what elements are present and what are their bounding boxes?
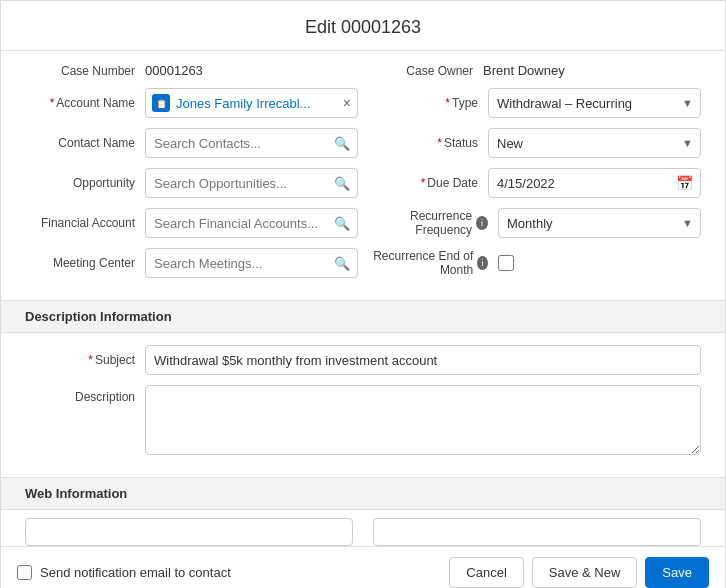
type-label: *Type (368, 96, 488, 110)
recurrence-frequency-label: Recurrence Frequency i (368, 209, 498, 237)
case-number-value: 00001263 (145, 63, 203, 78)
account-type-row: *Account Name 📋 Jones Family Irrecabl...… (25, 88, 701, 118)
web-info-input-1[interactable] (25, 518, 353, 546)
financial-account-col: Financial Account 🔍 (25, 208, 358, 238)
web-info-preview (1, 510, 725, 546)
form-body: Case Number 00001263 Case Owner Brent Do… (1, 51, 725, 546)
meeting-center-label: Meeting Center (25, 256, 145, 270)
recurrence-end-checkbox-wrapper (498, 255, 514, 271)
save-new-button[interactable]: Save & New (532, 557, 638, 588)
subject-row: *Subject (25, 345, 701, 375)
contact-search-wrapper: 🔍 (145, 128, 358, 158)
contact-name-label: Contact Name (25, 136, 145, 150)
description-section: *Subject Description (1, 333, 725, 477)
account-icon: 📋 (152, 94, 170, 112)
contact-name-col: Contact Name 🔍 (25, 128, 358, 158)
description-row: Description (25, 385, 701, 455)
status-label: *Status (368, 136, 488, 150)
account-name-text: Jones Family Irrecabl... (176, 96, 337, 111)
calendar-icon[interactable]: 📅 (676, 175, 693, 191)
meeting-center-col: Meeting Center 🔍 (25, 248, 358, 278)
contact-search-icon: 🔍 (334, 136, 350, 151)
opportunity-duedate-row: Opportunity 🔍 *Due Date 📅 (25, 168, 701, 198)
meeting-search-icon: 🔍 (334, 256, 350, 271)
opportunity-search-wrapper: 🔍 (145, 168, 358, 198)
account-name-col: *Account Name 📋 Jones Family Irrecabl...… (25, 88, 358, 118)
contact-status-row: Contact Name 🔍 *Status New In Progress (25, 128, 701, 158)
opportunity-search-icon: 🔍 (334, 176, 350, 191)
financial-account-label: Financial Account (25, 216, 145, 230)
account-name-tag[interactable]: 📋 Jones Family Irrecabl... × (145, 88, 358, 118)
recurrence-frequency-col: Recurrence Frequency i Monthly Weekly Da… (358, 208, 701, 238)
recurrence-end-info-icon[interactable]: i (477, 256, 488, 270)
case-owner-label: Case Owner (363, 64, 483, 78)
case-number-col: Case Number 00001263 (25, 63, 363, 78)
recurrence-end-col: Recurrence End of Month i (358, 249, 701, 277)
recurrence-frequency-select[interactable]: Monthly Weekly Daily Yearly (498, 208, 701, 238)
cancel-button[interactable]: Cancel (449, 557, 523, 588)
notification-checkbox[interactable] (17, 565, 32, 580)
description-label: Description (25, 385, 145, 404)
case-owner-value: Brent Downey (483, 63, 565, 78)
status-col: *Status New In Progress Closed ▼ (358, 128, 701, 158)
type-select-wrapper: Withdrawal – Recurring Withdrawal – One … (488, 88, 701, 118)
financial-recurrence-row: Financial Account 🔍 Recurrence Frequency… (25, 208, 701, 238)
web-info-section-header: Web Information (1, 477, 725, 510)
opportunity-col: Opportunity 🔍 (25, 168, 358, 198)
notification-label: Send notification email to contact (40, 565, 231, 580)
recurrence-end-label: Recurrence End of Month i (368, 249, 498, 277)
web-info-field-1 (25, 518, 353, 546)
recurrence-end-checkbox[interactable] (498, 255, 514, 271)
web-info-input-2[interactable] (373, 518, 701, 546)
case-owner-col: Case Owner Brent Downey (363, 63, 701, 78)
main-form-section: Case Number 00001263 Case Owner Brent Do… (1, 51, 725, 300)
account-name-label: *Account Name (25, 96, 145, 110)
financial-account-search-input[interactable] (145, 208, 358, 238)
meeting-search-wrapper: 🔍 (145, 248, 358, 278)
account-remove-icon[interactable]: × (343, 96, 351, 110)
meeting-recurrence-end-row: Meeting Center 🔍 Recurrence End of Month… (25, 248, 701, 278)
svg-text:📋: 📋 (156, 98, 166, 108)
footer: Send notification email to contact Cance… (1, 546, 725, 588)
financial-account-search-icon: 🔍 (334, 216, 350, 231)
save-button[interactable]: Save (645, 557, 709, 588)
status-select-wrapper: New In Progress Closed ▼ (488, 128, 701, 158)
due-date-wrapper: 📅 (488, 168, 701, 198)
description-section-header: Description Information (1, 300, 725, 333)
opportunity-label: Opportunity (25, 176, 145, 190)
opportunity-search-input[interactable] (145, 168, 358, 198)
web-info-field-2 (373, 518, 701, 546)
type-col: *Type Withdrawal – Recurring Withdrawal … (358, 88, 701, 118)
financial-account-search-wrapper: 🔍 (145, 208, 358, 238)
subject-label: *Subject (25, 353, 145, 367)
status-select[interactable]: New In Progress Closed (488, 128, 701, 158)
footer-left: Send notification email to contact (17, 565, 231, 580)
modal-title: Edit 00001263 (1, 1, 725, 51)
description-textarea[interactable] (145, 385, 701, 455)
type-select[interactable]: Withdrawal – Recurring Withdrawal – One … (488, 88, 701, 118)
case-number-row: Case Number 00001263 Case Owner Brent Do… (25, 63, 701, 78)
due-date-col: *Due Date 📅 (358, 168, 701, 198)
case-number-label: Case Number (25, 64, 145, 78)
contact-search-input[interactable] (145, 128, 358, 158)
edit-modal: Edit 00001263 Case Number 00001263 Case … (0, 0, 726, 588)
subject-input[interactable] (145, 345, 701, 375)
meeting-search-input[interactable] (145, 248, 358, 278)
footer-right: Cancel Save & New Save (449, 557, 709, 588)
due-date-input[interactable] (488, 168, 701, 198)
recurrence-frequency-select-wrapper: Monthly Weekly Daily Yearly ▼ (498, 208, 701, 238)
recurrence-frequency-info-icon[interactable]: i (476, 216, 488, 230)
due-date-label: *Due Date (368, 176, 488, 190)
